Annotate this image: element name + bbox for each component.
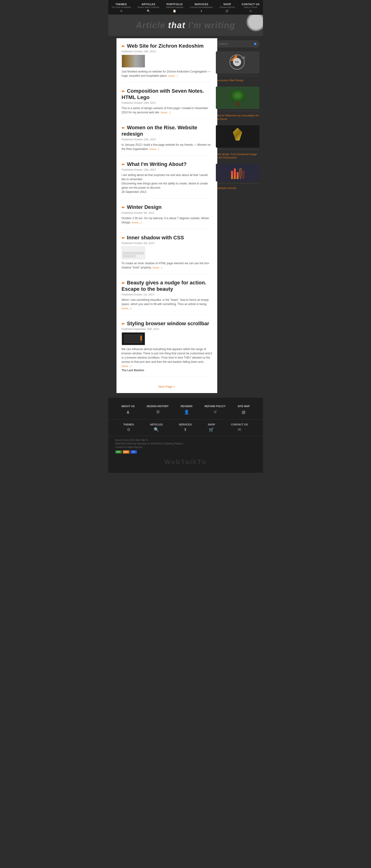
footer-top-reviews[interactable]: Reviews 👤 [181,405,193,415]
article-title-art7[interactable]: ✏ Beauty gives a nudge for action. Escap… [122,280,212,292]
article-subtitle-art8: The Last Bastion [122,368,212,372]
logo-lines-icon [231,166,244,179]
article-excerpt-art2: This is a series of design variants of f… [122,106,212,115]
article-title-art8[interactable]: ✏ Styling browser window scrollbar [122,320,212,327]
article-title-art4[interactable]: ✏ What I'm Writing About? [122,161,212,167]
article-excerpt-art5: October 2:30 am. On my balcony. It is ab… [122,216,212,224]
article-title-art6[interactable]: ✏ Inner shadow with CSS [122,235,212,241]
sidebar-divider-logo [216,183,260,184]
nav-item-services[interactable]: SERVICES Concept and Realisation ⬆ [188,2,215,13]
footer-top-icon: 🖥 [147,409,169,414]
nav-title-themes: THEMES [111,3,131,6]
article-title-art1[interactable]: ✏ Web Site for Zichron Kedoshim [122,43,212,49]
nav-title-articles: ARTICLES [138,3,159,6]
article-art4: ✏ What I'm Writing About? Published Octo… [122,161,212,198]
footer-bottom-contact-us[interactable]: Contact Us ✉ [231,423,248,432]
footer-top-icon: ▦ [238,409,250,415]
hero-text-part2: I'm writing [186,21,235,30]
footer-bottom-icon: ✉ [231,427,248,432]
tree-image[interactable] [216,87,260,109]
nav-item-shop[interactable]: SHOP Choose and Pay 🛒 [217,2,237,13]
nav-sub-themes: The Face of Website [111,6,131,8]
pencil-icon: ✏ [122,322,125,326]
pencil-icon: ✏ [122,163,125,166]
article-excerpt-art4: I am writing about all that surprises me… [122,173,212,181]
footer-bottom-services[interactable]: Services ⬆ [179,423,192,432]
more-link-art5[interactable]: (more...) [132,221,142,224]
webdesign-caption: Web design. From Emotional Image to the … [216,153,260,159]
more-link-art7[interactable]: (more...) [122,307,132,310]
logo-line-curve-2 [242,171,244,179]
logo-image[interactable] [216,164,260,181]
cv-eb-text: eb [241,56,245,59]
footer-badges: RSSW3CCC [115,450,256,454]
more-link-art8[interactable]: (more...) [122,365,132,368]
nav-title-shop: SHOP [220,3,235,6]
footer-bottom-title: Services [179,423,192,426]
footer-bottom-shop[interactable]: Shop 🛒 [208,423,215,432]
footer: About Us ♟ Design History 🖥 Reviews 👤 Re… [108,398,263,473]
footer-top-design-history[interactable]: Design History 🖥 [147,405,169,415]
cv-caption: Curriculum Vitae Design [216,79,260,82]
nav-icon-shop: 🛒 [220,9,235,13]
more-link-art2[interactable]: (more...) [161,111,170,114]
cv-inner-circle: CV [233,58,241,66]
footer-bottom-articles[interactable]: Articles 🔍 [150,423,163,432]
footer-credit-line: Created by Mayer Aginsky [115,445,256,449]
pencil-icon: ✏ [122,281,125,285]
content-area: ✏ Web Site for Zichron Kedoshim Publishe… [116,38,217,393]
article-art1: ✏ Web Site for Zichron Kedoshim Publishe… [122,43,212,82]
footer-top-about-us[interactable]: About Us ♟ [121,405,135,415]
article-art8: ✏ Styling browser window scrollbar Publi… [122,320,212,377]
footer-bottom-themes[interactable]: Themes ⚙ [123,423,134,432]
article-date-art3: Published October 12th, 2013 [122,138,212,141]
pencil-icon: ✏ [122,126,125,130]
cv-image[interactable]: CV eb [216,52,260,74]
sidebar-widget-webdesign: Web design. From Emotional Image to the … [216,125,260,159]
pencil-icon: ✏ [122,206,125,210]
footer-top-refund-policy[interactable]: Refund Policy ↺ [205,405,226,415]
footer-badge-cc: CC [130,450,137,454]
article-title-art5[interactable]: ✏ Winter Design [122,204,212,210]
article-image-art8 [122,332,145,345]
footer-badge-w3c: W3C [123,450,129,454]
gold-diamond [233,128,242,141]
footer-top-site-map[interactable]: Site Map ▦ [238,405,250,415]
article-date-art5: Published October 5th, 2013 [122,211,212,214]
footer-credit-line: Idea & Pixels 2013 Web Talk To [115,438,256,442]
pencil-icon: ✏ [122,44,125,48]
article-title-art2[interactable]: ✏ Composition with Seven Notes. HTML Leg… [122,88,212,100]
nav-icon-services: ⬆ [190,9,213,13]
logo-line-1 [231,171,233,179]
footer-bottom-title: Shop [208,423,215,426]
more-link-art3[interactable]: (more...) [149,148,159,150]
nav-icon-portfolio: 📋 [166,9,183,13]
nav-item-articles[interactable]: ARTICLES Stories about Creativity 🔍 [136,2,161,13]
search-input[interactable] [219,42,254,45]
article-excerpt-art1: Just finished working on website for Zic… [122,69,212,78]
webdesign-image[interactable] [216,125,260,148]
article-excerpt3-art4: 28 September 2013 [122,190,212,194]
footer-top-icon: 👤 [181,409,193,415]
search-box[interactable] [216,40,260,47]
pencil-icon: ✏ [122,89,125,93]
more-link-art1[interactable]: (more...) [168,74,178,77]
nav-item-themes[interactable]: THEMES The Face of Website ⚙ [110,2,133,13]
footer-bottom-icon: ⚙ [123,427,134,432]
more-link-art6[interactable]: (more...) [152,266,162,269]
nav-item-contact[interactable]: CONTACT US Keep in Touch ✉ [240,2,261,13]
article-title-art3[interactable]: ✏ Women on the Rise. Website redesign [122,125,212,137]
sidebar-widget-tree: Idea for Slideshow as a foundation for t… [216,87,260,121]
sidebar: CV eb Curriculum Vitae Design Idea for S… [212,38,263,393]
article-excerpt-art7: When I see something beautiful, in the "… [122,298,212,310]
article-excerpt-art6: To create an inner shadow of HTML page e… [122,261,212,270]
next-page-button[interactable]: Next Page » [122,382,212,389]
tree-shape-icon [231,90,245,106]
footer-watermark: WebTalkTo [108,456,263,468]
tree-caption: Idea for Slideshow as a foundation for t… [216,114,260,121]
cv-icon: CV eb [230,55,246,71]
hero-clock-icon [246,15,263,31]
search-dot-icon [254,43,257,45]
article-excerpt2-art4: Discovering new things gives me the abil… [122,181,212,190]
nav-item-portfolio[interactable]: PORTFOLIO Selected materials 📋 [164,2,185,13]
